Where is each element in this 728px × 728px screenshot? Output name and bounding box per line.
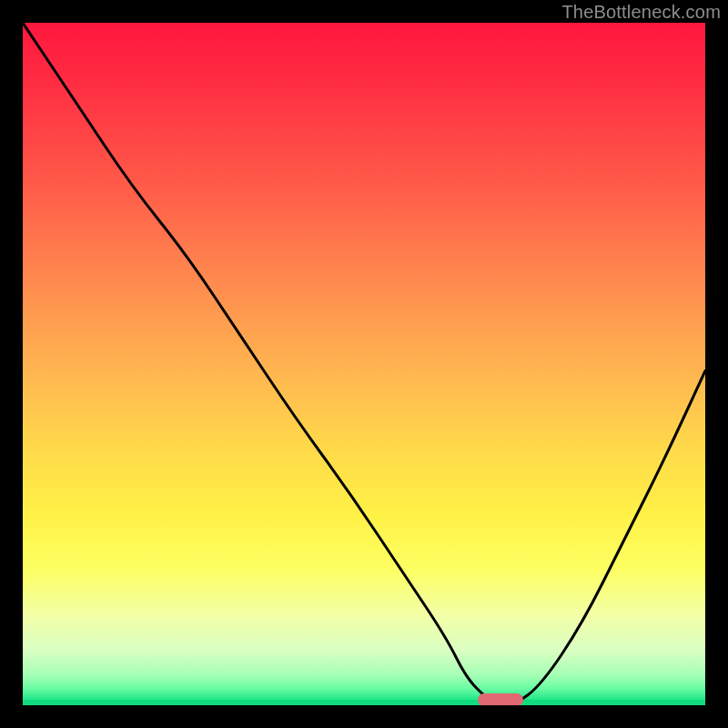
watermark-text: TheBottleneck.com	[561, 2, 721, 23]
plot-area	[23, 23, 705, 705]
curve-svg	[23, 23, 705, 705]
optimal-marker	[478, 693, 523, 705]
bottleneck-curve	[23, 23, 705, 705]
chart-frame: TheBottleneck.com	[0, 0, 728, 728]
